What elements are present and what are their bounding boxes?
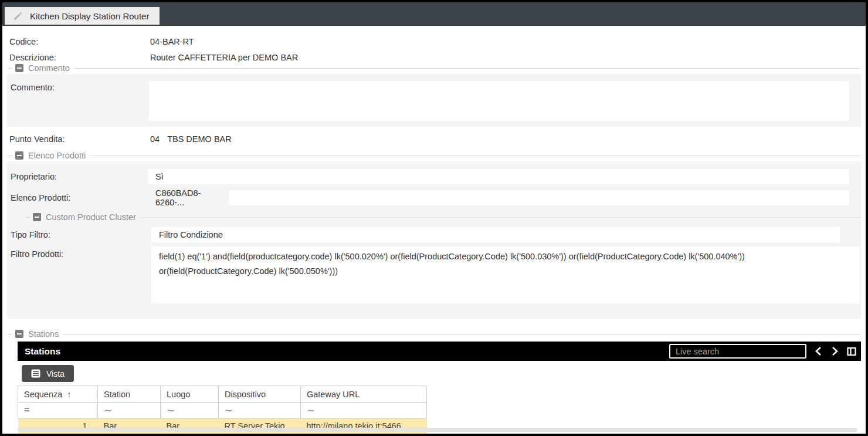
punto-vendita-row: Punto Vendita: 04 TBS DEMO BAR	[9, 134, 866, 144]
filter-cell-gateway-url[interactable]: ∼	[301, 403, 427, 418]
proprietario-row: Proprietario: Sì	[11, 169, 861, 184]
tilde-filter-icon: ∼	[225, 405, 233, 416]
columns-icon[interactable]	[847, 347, 856, 356]
legend-line	[140, 217, 861, 218]
equals-filter-icon: =	[24, 405, 30, 415]
vista-button-label: Vista	[46, 369, 65, 378]
vista-button[interactable]: Vista	[22, 365, 74, 382]
elenco-prodotti-code: C860BAD8-6260-...	[148, 188, 229, 207]
tipo-filtro-label: Tipo Filtro:	[11, 230, 148, 239]
filtro-prodotti-textarea[interactable]: field(1) eq('1') and(field(productcatego…	[151, 246, 860, 303]
tilde-filter-icon: ∼	[307, 405, 315, 416]
filter-cell-sequenza[interactable]: =	[18, 403, 98, 418]
kitchen-display-station-router-window: Kitchen Display Station Router Codice: 0…	[0, 0, 868, 436]
filtro-prodotti-row: Filtro Prodotti: field(1) eq('1') and(fi…	[11, 246, 861, 303]
legend-dash	[8, 334, 12, 334]
collapse-icon[interactable]	[15, 330, 23, 338]
commento-textarea[interactable]	[149, 81, 849, 121]
punto-vendita-code: 04	[150, 134, 160, 144]
custom-product-cluster-legend-label: Custom Product Cluster	[46, 212, 136, 222]
elenco-prodotti-row: Elenco Prodotti: C860BAD8-6260-...	[11, 188, 861, 207]
elenco-prodotti-legend-label: Elenco Prodotti	[28, 151, 86, 160]
elenco-prodotti-fieldset: Elenco Prodotti Proprietario: Sì Elenco …	[7, 150, 861, 319]
list-view-icon	[31, 369, 40, 378]
tilde-filter-icon: ∼	[167, 405, 175, 416]
legend-dash	[26, 217, 30, 218]
descrizione-label: Descrizione:	[9, 53, 150, 62]
legend-line	[90, 156, 861, 156]
column-header-gateway-url[interactable]: Gateway URL	[301, 386, 427, 403]
next-page-icon[interactable]	[830, 346, 839, 356]
stations-filter-row: = ∼ ∼ ∼ ∼	[18, 403, 427, 418]
codice-value: 04-BAR-RT	[150, 37, 194, 46]
tab-title: Kitchen Display Station Router	[30, 11, 149, 21]
pencil-icon	[13, 11, 23, 21]
commento-legend: Commento	[7, 62, 861, 74]
punto-vendita-name: TBS DEMO BAR	[167, 134, 232, 144]
stations-panel-header: Stations	[18, 342, 861, 361]
elenco-prodotti-body: Proprietario: Sì Elenco Prodotti: C860BA…	[7, 161, 861, 319]
stations-panel-title: Stations	[25, 346, 60, 357]
tab-kitchen-display-station-router[interactable]: Kitchen Display Station Router	[5, 7, 160, 25]
live-search-input[interactable]	[669, 344, 806, 359]
prev-page-icon[interactable]	[814, 346, 823, 356]
stations-legend-label: Stations	[28, 329, 59, 339]
commento-fieldset: Commento Commento:	[7, 62, 861, 127]
codice-label: Codice:	[9, 37, 150, 46]
collapse-icon[interactable]	[15, 151, 23, 160]
stations-legend: Stations	[7, 328, 861, 340]
custom-product-cluster-legend: Custom Product Cluster	[25, 211, 861, 223]
proprietario-label: Proprietario:	[11, 172, 148, 181]
stations-toolbar: Vista	[7, 361, 861, 386]
legend-line	[63, 334, 861, 334]
column-header-luogo[interactable]: Luogo	[161, 386, 219, 403]
tilde-filter-icon: ∼	[104, 405, 112, 416]
filter-cell-dispositivo[interactable]: ∼	[219, 403, 301, 418]
column-header-dispositivo[interactable]: Dispositivo	[219, 386, 301, 403]
tipo-filtro-input[interactable]: Filtro Condizione	[151, 227, 840, 242]
collapse-icon[interactable]	[15, 64, 23, 72]
commento-body: Commento:	[7, 74, 861, 127]
collapse-icon[interactable]	[33, 213, 41, 221]
commento-label: Commento:	[11, 81, 149, 92]
stations-table: Sequenza↑ Station Luogo Dispositivo Gate…	[18, 386, 427, 434]
descrizione-value: Router CAFFETTERIA per DEMO BAR	[150, 53, 298, 62]
filtro-prodotti-label: Filtro Prodotti:	[11, 246, 148, 259]
legend-dash	[8, 68, 12, 69]
stations-header-row: Sequenza↑ Station Luogo Dispositivo Gate…	[18, 386, 427, 403]
sort-asc-icon: ↑	[67, 390, 71, 399]
column-header-station[interactable]: Station	[98, 386, 161, 403]
filter-cell-luogo[interactable]: ∼	[161, 403, 219, 418]
top-tab-bar: Kitchen Display Station Router	[2, 2, 866, 26]
elenco-prodotti-input[interactable]	[229, 190, 849, 205]
filter-cell-station[interactable]: ∼	[98, 403, 161, 418]
column-header-sequenza[interactable]: Sequenza↑	[18, 386, 98, 403]
punto-vendita-label: Punto Vendita:	[9, 134, 150, 144]
proprietario-input[interactable]: Sì	[148, 169, 849, 184]
commento-legend-label: Commento	[28, 63, 70, 73]
elenco-prodotti-label: Elenco Prodotti:	[11, 193, 148, 202]
descrizione-row: Descrizione: Router CAFFETTERIA per DEMO…	[9, 53, 866, 62]
legend-dash	[8, 156, 12, 156]
legend-line	[74, 68, 861, 69]
elenco-prodotti-legend: Elenco Prodotti	[7, 150, 861, 161]
horizontal-scrollbar[interactable]	[18, 428, 857, 432]
tipo-filtro-row: Tipo Filtro: Filtro Condizione	[11, 227, 861, 242]
codice-row: Codice: 04-BAR-RT	[9, 37, 866, 46]
stations-fieldset: Stations Stations	[7, 328, 861, 434]
